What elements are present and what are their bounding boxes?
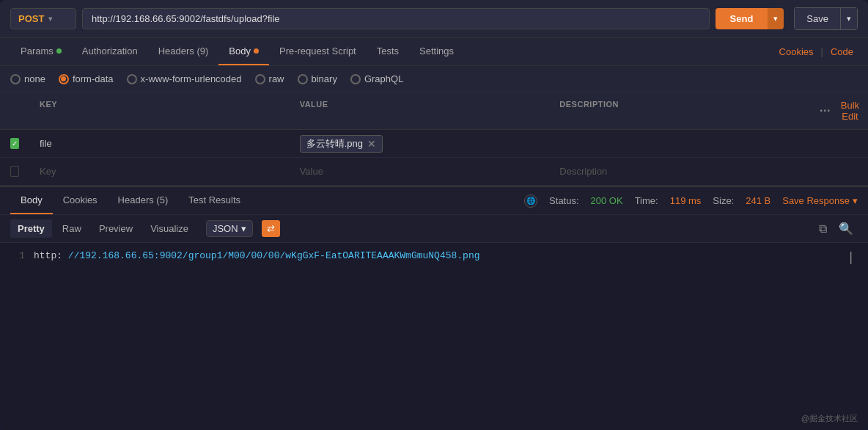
radio-graphql-label: GraphQL: [364, 73, 403, 84]
send-dropdown-button[interactable]: ▾: [768, 8, 784, 29]
col-key: KEY: [29, 97, 290, 125]
response-view-tabs: Pretty Raw Preview Visualize JSON ▾ ⇄ ⧉ …: [0, 215, 868, 243]
copy-icon[interactable]: ⧉: [814, 222, 831, 236]
empty-actions: [809, 167, 868, 176]
cursor-bar: |: [847, 250, 855, 265]
view-tab-pretty[interactable]: Pretty: [10, 219, 52, 238]
tab-authorization[interactable]: Authorization: [72, 38, 148, 65]
size-value: 241 B: [746, 195, 770, 206]
save-btn-group: Save ▾: [794, 7, 858, 30]
radio-none-label: none: [24, 73, 45, 84]
tab-bar: Params Authorization Headers (9) Body Pr…: [0, 38, 868, 66]
row1-description[interactable]: [549, 139, 809, 148]
params-table: KEY VALUE DESCRIPTION ··· Bulk Edit ✓ fi…: [0, 92, 868, 186]
resp-tab-test-results[interactable]: Test Results: [178, 187, 251, 214]
code-content-1: http: //192.168.66.65:9002/group1/M00/00…: [34, 250, 480, 261]
tab-tests[interactable]: Tests: [367, 38, 409, 65]
tab-body-label: Body: [229, 45, 251, 57]
resp-tab-body[interactable]: Body: [10, 187, 53, 214]
url-bar: POST ▾ Send ▾ Save ▾: [0, 0, 868, 38]
tab-body[interactable]: Body: [218, 38, 269, 65]
search-icon[interactable]: 🔍: [834, 222, 858, 236]
save-dropdown-button[interactable]: ▾: [841, 7, 858, 30]
bulk-edit-button[interactable]: Bulk Edit: [836, 100, 864, 122]
empty-desc-cell[interactable]: Description: [549, 161, 809, 181]
table-header: KEY VALUE DESCRIPTION ··· Bulk Edit: [0, 92, 868, 130]
empty-checkbox-cell: [0, 161, 29, 181]
file-tag-name: 多云转晴.png: [306, 137, 363, 150]
radio-graphql-circle: [350, 74, 361, 84]
radio-raw-label: raw: [269, 73, 284, 84]
cookies-link[interactable]: Cookies: [775, 39, 818, 65]
tab-pre-request[interactable]: Pre-request Script: [269, 38, 367, 65]
empty-key-cell[interactable]: Key: [29, 161, 290, 181]
format-chevron-icon: ▾: [241, 223, 246, 234]
status-value: 200 OK: [591, 195, 623, 206]
code-line-1: 1 http: //192.168.66.65:9002/group1/M00/…: [10, 250, 858, 261]
table-row-empty: Key Value Description: [0, 158, 868, 186]
params-dot: [56, 48, 62, 54]
row1-checkbox-cell: ✓: [0, 134, 29, 153]
globe-icon: 🌐: [524, 194, 537, 208]
view-tab-preview[interactable]: Preview: [92, 219, 140, 238]
tab-tests-label: Tests: [377, 45, 399, 57]
radio-none-circle: [10, 74, 21, 84]
value-placeholder: Value: [300, 166, 323, 177]
body-dot: [254, 48, 259, 54]
radio-form-data[interactable]: form-data: [59, 73, 114, 84]
file-tag: 多云转晴.png ✕: [300, 135, 383, 153]
view-tab-visualize[interactable]: Visualize: [143, 219, 196, 238]
save-button[interactable]: Save: [794, 7, 841, 30]
empty-value-cell[interactable]: Value: [290, 161, 550, 181]
radio-urlencoded-circle: [127, 74, 137, 84]
radio-binary-label: binary: [312, 73, 337, 84]
send-btn-group: Send ▾: [716, 8, 784, 29]
method-select[interactable]: POST ▾: [10, 8, 76, 29]
radio-binary[interactable]: binary: [298, 73, 337, 84]
tab-authorization-label: Authorization: [82, 45, 138, 57]
desc-placeholder: Description: [559, 166, 607, 177]
radio-form-data-circle: [59, 74, 69, 84]
table-row: ✓ file 多云转晴.png ✕: [0, 130, 868, 158]
file-tag-close-icon[interactable]: ✕: [367, 138, 376, 150]
tab-headers[interactable]: Headers (9): [148, 38, 219, 65]
size-label: Size:: [713, 195, 734, 206]
radio-raw[interactable]: raw: [255, 73, 284, 84]
row1-key[interactable]: file: [29, 134, 290, 153]
code-string: //192.168.66.65:9002/group1/M00/00/00/wK…: [68, 250, 480, 261]
code-link[interactable]: Code: [826, 39, 858, 65]
format-icon-button[interactable]: ⇄: [262, 220, 280, 237]
time-value: 119 ms: [670, 195, 702, 206]
col-description: DESCRIPTION: [549, 97, 809, 125]
radio-none[interactable]: none: [10, 73, 45, 84]
save-response-label: Save Response: [782, 195, 850, 206]
radio-graphql[interactable]: GraphQL: [350, 73, 403, 84]
radio-urlencoded-label: x-www-form-urlencoded: [141, 73, 242, 84]
resp-tab-headers[interactable]: Headers (5): [108, 187, 179, 214]
time-label: Time:: [635, 195, 658, 206]
url-input[interactable]: [82, 8, 710, 29]
format-selector[interactable]: JSON ▾: [206, 220, 253, 237]
watermark: @掘金技术社区: [801, 413, 858, 424]
resp-tab-cookies[interactable]: Cookies: [53, 187, 108, 214]
save-response-button[interactable]: Save Response ▾: [782, 195, 858, 206]
row1-value[interactable]: 多云转晴.png ✕: [290, 131, 550, 157]
radio-binary-circle: [298, 74, 308, 84]
row1-actions: [809, 139, 868, 148]
tab-params[interactable]: Params: [10, 38, 72, 65]
row1-checkbox[interactable]: ✓: [10, 138, 19, 149]
view-tab-raw[interactable]: Raw: [55, 219, 89, 238]
radio-urlencoded[interactable]: x-www-form-urlencoded: [127, 73, 242, 84]
tab-settings-label: Settings: [419, 45, 454, 57]
radio-form-data-label: form-data: [73, 73, 114, 84]
more-options-icon[interactable]: ···: [820, 104, 831, 117]
tab-settings[interactable]: Settings: [409, 38, 464, 65]
method-chevron-icon: ▾: [48, 15, 52, 23]
tab-headers-label: Headers (9): [158, 45, 209, 57]
empty-checkbox[interactable]: [10, 166, 19, 177]
response-tabs: Body Cookies Headers (5) Test Results 🌐 …: [0, 186, 868, 215]
status-label: Status:: [549, 195, 578, 206]
send-button[interactable]: Send: [716, 8, 768, 29]
code-area: 1 http: //192.168.66.65:9002/group1/M00/…: [0, 243, 868, 430]
radio-raw-circle: [255, 74, 265, 84]
